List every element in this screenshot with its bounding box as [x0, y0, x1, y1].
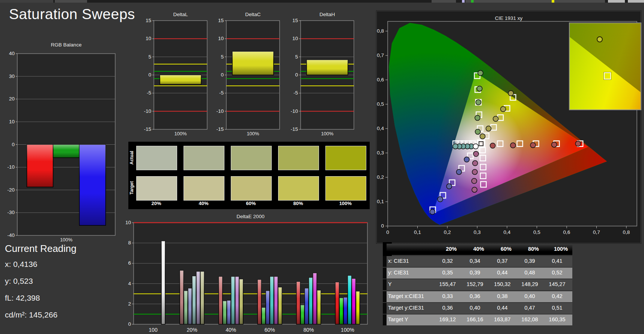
tick-label: 0: [386, 229, 389, 235]
table-cell: 0,51: [543, 305, 571, 311]
purple-indicator: [462, 0, 465, 3]
cie-measured-marker: [475, 115, 480, 120]
table-cell: 0,39: [461, 270, 489, 276]
swatch-actual-20%: [136, 146, 177, 170]
table-cell: 0,36: [461, 293, 489, 299]
tick-label: 0,2: [377, 174, 384, 180]
inset-target-marker: [604, 72, 611, 79]
page-title: Saturation Sweeps: [9, 6, 135, 22]
table-header-row: 20%40%60%80%100%: [387, 244, 572, 255]
swatch-actual-100%: [325, 146, 366, 170]
table-col-header: 60%: [492, 246, 520, 252]
swatch-target-60%: [231, 176, 272, 201]
reading-y: y: 0,523: [5, 277, 77, 286]
swatch-col-label: 100%: [325, 201, 366, 206]
tick-label: 0,2: [444, 229, 451, 235]
toolbar-segment: [0, 0, 53, 3]
tick-label: -10: [290, 108, 298, 114]
cie-measured-marker: [575, 141, 581, 146]
inset-measured-marker: [597, 36, 603, 42]
table-cell: 162,08: [516, 316, 543, 322]
deltal-chart: 151050-5-10-15: [137, 10, 212, 140]
top-window-strip: [0, 0, 644, 3]
toolbar-segment: [55, 0, 87, 3]
cie-measured-marker: [476, 100, 481, 105]
inset-gamut-shade: [570, 23, 641, 109]
table-cell: 0,44: [489, 305, 516, 311]
swatch-actual-40%: [184, 146, 224, 170]
swatch-row-label-actual: Actual: [129, 146, 135, 169]
swatch-row-label-target: Target: [129, 176, 135, 200]
table-row: Target Y169,12166,16163,87162,08160,35: [387, 315, 572, 325]
swatch-comparison-panel: ActualTarget20%40%60%80%100%: [128, 142, 370, 209]
table-row-label: y: CIE31: [388, 270, 409, 276]
table-cell: 145,27: [543, 281, 571, 287]
tick-label: 0: [12, 142, 15, 147]
table-cell: 0,48: [516, 270, 543, 276]
swatch-col-label: 80%: [278, 201, 318, 206]
cie-measured-marker: [493, 116, 498, 121]
tick-label: -40: [7, 232, 15, 238]
window-button[interactable]: [608, 0, 625, 3]
window-button[interactable]: [628, 0, 644, 3]
swatch-target-40%: [184, 176, 224, 201]
table-row-label: Target Y: [388, 316, 408, 322]
tick-label: 30: [9, 73, 15, 79]
cie-measured-marker: [472, 169, 477, 175]
table-cell: 169,12: [434, 316, 461, 322]
table-cell: 148,29: [516, 281, 543, 287]
table-cell: 0,35: [434, 270, 461, 276]
tick-label: 0: [128, 321, 131, 327]
tick-label: -30: [7, 210, 15, 215]
table-cell: 0,34: [461, 258, 489, 264]
tick-label: 5: [148, 54, 151, 60]
cie-zoom-inset: [569, 22, 641, 110]
tick-label: 0,7: [377, 52, 384, 58]
cie-measured-marker: [464, 157, 469, 162]
table-cell: 0,33: [434, 293, 461, 299]
table-row: x: CIE310,320,340,370,390,41: [387, 256, 572, 267]
tick-label: 0,1: [414, 229, 421, 235]
cie-measured-marker: [472, 187, 477, 192]
table-cell: 0,38: [489, 293, 516, 299]
toolbar-segment: [432, 0, 456, 3]
swatch-target-100%: [325, 176, 366, 201]
tick-label: 8: [128, 240, 131, 246]
table-col-header: 20%: [438, 246, 465, 252]
table-cell: 0,40: [461, 305, 489, 311]
tick-label: 0,3: [474, 229, 481, 235]
tick-label: 0,4: [504, 229, 511, 235]
cie-measured-marker: [477, 86, 482, 91]
tick-label: -5: [219, 90, 224, 96]
tick-label: 0,6: [377, 77, 384, 82]
tick-label: 15: [218, 18, 224, 23]
tick-label: 0,6: [563, 229, 570, 235]
deltah-chart: 151050-5-10-15: [284, 10, 359, 140]
cie-measured-marker: [453, 144, 458, 149]
table-cell: 0,37: [489, 258, 516, 264]
tick-label: 10: [292, 36, 298, 41]
toolbar-segment: [465, 0, 605, 3]
tick-label: -20: [7, 187, 15, 193]
tick-label: 0,4: [377, 126, 384, 131]
table-col-header: 100%: [547, 246, 575, 252]
table-cell: 0,40: [516, 293, 543, 299]
green-indicator: [471, 0, 474, 3]
table-cell: 0,44: [489, 270, 516, 276]
table-row-label: Target x:CIE31: [388, 293, 424, 299]
cie-measured-marker: [530, 142, 536, 148]
tick-label: 40: [9, 51, 15, 56]
tick-label: -5: [147, 90, 151, 96]
table-col-header: 80%: [520, 246, 547, 252]
table-cell: 0,32: [434, 258, 461, 264]
current-reading-block: Current Reading x: 0,4136 y: 0,523 fL: 4…: [5, 243, 77, 327]
cie-measured-white: [473, 144, 478, 149]
table-cell: 0,36: [434, 305, 461, 311]
table-cell: 166,16: [461, 316, 489, 322]
tick-label: 0,1: [377, 199, 384, 204]
swatch-col-label: 40%: [184, 201, 224, 206]
cie-measured-marker: [508, 91, 513, 96]
tick-label: 10: [9, 119, 15, 124]
table-col-header: 40%: [465, 246, 492, 252]
tick-label: -15: [144, 126, 151, 132]
